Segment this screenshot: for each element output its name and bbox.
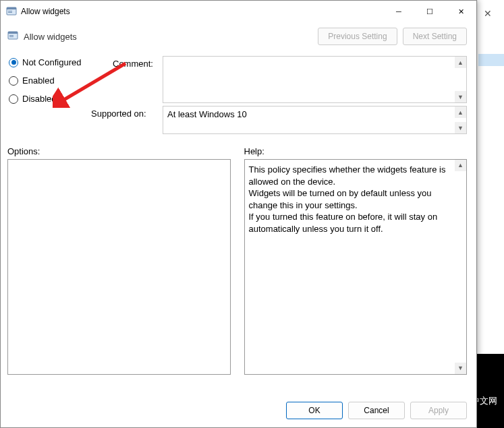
apply-button[interactable]: Apply xyxy=(410,402,467,419)
help-text: This policy specifies whether the widget… xyxy=(249,164,449,234)
svg-rect-1 xyxy=(7,7,16,9)
scroll-up-icon[interactable]: ▲ xyxy=(455,160,466,171)
svg-rect-3 xyxy=(8,12,12,13)
radio-not-configured[interactable]: Not Configured xyxy=(9,57,110,67)
options-panel[interactable] xyxy=(7,159,231,375)
config-area: Not Configured Enabled Disabled Comment:… xyxy=(1,48,476,140)
ok-button[interactable]: OK xyxy=(286,402,343,419)
options-label: Options: xyxy=(7,146,231,156)
next-setting-button[interactable]: Next Setting xyxy=(403,28,467,45)
header-policy-icon xyxy=(7,30,20,42)
scroll-down-icon[interactable]: ▼ xyxy=(455,363,466,374)
radio-icon xyxy=(9,94,18,104)
cancel-button[interactable]: Cancel xyxy=(348,402,405,419)
svg-rect-5 xyxy=(8,32,18,34)
dialog-footer: OK Cancel Apply xyxy=(1,396,476,427)
panels: This policy specifies whether the widget… xyxy=(1,159,476,396)
help-label: Help: xyxy=(244,146,468,156)
svg-rect-7 xyxy=(9,36,13,37)
maximize-button[interactable]: ☐ xyxy=(414,1,445,22)
svg-rect-6 xyxy=(9,35,13,36)
bg-close-icon[interactable]: ✕ xyxy=(484,8,492,19)
scroll-down-icon[interactable]: ▼ xyxy=(455,122,466,133)
scroll-down-icon[interactable]: ▼ xyxy=(455,91,466,102)
comment-textarea[interactable]: ▲ ▼ xyxy=(163,56,467,103)
radio-label: Enabled xyxy=(22,75,55,86)
scroll-up-icon[interactable]: ▲ xyxy=(455,57,466,68)
policy-icon xyxy=(6,6,17,17)
window-controls: ─ ☐ ✕ xyxy=(383,1,476,22)
radio-icon xyxy=(9,76,18,86)
header-title: Allow widgets xyxy=(24,32,312,42)
scroll-up-icon[interactable]: ▲ xyxy=(455,106,466,118)
minimize-button[interactable]: ─ xyxy=(383,1,414,22)
comment-label: Comment: xyxy=(113,56,160,69)
bg-selection-strip xyxy=(478,54,504,66)
radio-disabled[interactable]: Disabled xyxy=(9,94,110,104)
radio-enabled[interactable]: Enabled xyxy=(9,75,110,86)
supported-on-box: At least Windows 10 ▲ ▼ xyxy=(163,106,467,134)
radio-label: Not Configured xyxy=(22,57,81,67)
close-button[interactable]: ✕ xyxy=(445,1,476,22)
panel-labels: Options: Help: xyxy=(1,140,476,159)
svg-rect-2 xyxy=(8,11,12,11)
policy-dialog: Allow widgets ─ ☐ ✕ Allow widgets Previo… xyxy=(0,0,477,428)
supported-label: Supported on: xyxy=(91,106,160,119)
header-row: Allow widgets Previous Setting Next Sett… xyxy=(1,22,476,48)
titlebar-title: Allow widgets xyxy=(21,7,383,16)
previous-setting-button[interactable]: Previous Setting xyxy=(318,28,397,45)
state-radio-group: Not Configured Enabled Disabled xyxy=(9,56,110,104)
titlebar[interactable]: Allow widgets ─ ☐ ✕ xyxy=(1,1,476,22)
radio-label: Disabled xyxy=(22,94,57,104)
radio-icon xyxy=(9,58,18,67)
supported-on-text: At least Windows 10 xyxy=(167,109,247,119)
help-panel[interactable]: This policy specifies whether the widget… xyxy=(244,159,468,375)
